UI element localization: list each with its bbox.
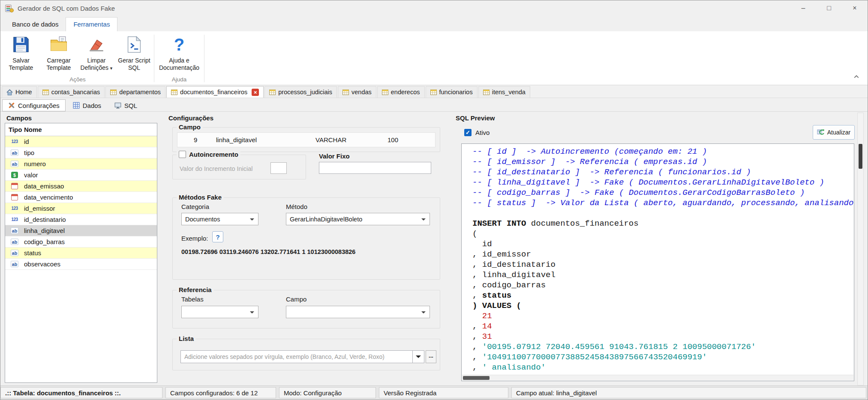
- text-type-icon: [5, 261, 24, 267]
- carregar-template-button[interactable]: Carregar Template: [40, 33, 78, 72]
- ribbon: Salvar Template Carregar Template Limpar…: [0, 31, 868, 85]
- metodos-fake-label: Métodos Fake: [177, 194, 224, 201]
- incremento-inicial-input[interactable]: [270, 162, 287, 174]
- ativo-checkbox[interactable]: [464, 129, 472, 136]
- salvar-template-button[interactable]: Salvar Template: [2, 33, 40, 72]
- ribbon-group-label-acoes: Ações: [2, 75, 153, 85]
- column-header-nome[interactable]: Nome: [24, 126, 42, 133]
- doc-tab-vendas[interactable]: vendas: [338, 86, 376, 98]
- column-header-tipo[interactable]: Tipo: [5, 126, 24, 133]
- referencia-groupbox: Referencia Tabelas Campo: [172, 290, 440, 328]
- status-bar: .:: Tabela: documentos_financeiros ::. C…: [0, 385, 868, 400]
- status-campo-atual: Campo atual: linha_digitavel: [511, 387, 866, 398]
- lista-input[interactable]: [180, 350, 413, 363]
- lista-dropdown-button[interactable]: [413, 350, 424, 363]
- ajuda-documentacao-button[interactable]: ? Ajuda e Documentação: [155, 33, 203, 72]
- table-icon: [171, 89, 177, 96]
- field-name: valor: [24, 171, 38, 179]
- doc-tab-enderecos[interactable]: enderecos: [377, 86, 425, 98]
- scrollbar-thumb[interactable]: [463, 376, 490, 380]
- close-icon[interactable]: ×: [842, 0, 868, 16]
- doc-tab-label: itens_venda: [492, 89, 526, 96]
- metodo-label: Método: [286, 203, 307, 210]
- doc-tab-label: processos_judiciais: [278, 89, 332, 96]
- autoincremento-checkbox[interactable]: [179, 151, 186, 158]
- exemplo-help-button[interactable]: ?: [212, 231, 223, 242]
- maximize-icon[interactable]: □: [816, 0, 842, 16]
- doc-tab-label: enderecos: [391, 89, 420, 96]
- doc-tab-processos_judiciais[interactable]: processos_judiciais: [264, 86, 337, 98]
- doc-tab-Home[interactable]: Home: [2, 86, 37, 98]
- table-icon: [483, 89, 490, 96]
- doc-tab-contas_bancarias[interactable]: contas_bancarias: [38, 86, 105, 98]
- tab-configuracoes[interactable]: Configurações: [2, 99, 66, 111]
- int-type-icon: [5, 206, 24, 211]
- metodo-value: GerarLinhaDigitavelBoleto: [290, 216, 362, 223]
- gerar-script-sql-button[interactable]: Gerar Script SQL: [115, 33, 153, 72]
- referencia-label: Referencia: [177, 286, 214, 293]
- field-row-valor[interactable]: valor: [5, 170, 157, 181]
- valor-fixo-label: Valor Fixo: [319, 152, 350, 160]
- field-row-id[interactable]: id: [5, 136, 157, 147]
- categoria-combo[interactable]: Documentos: [181, 213, 258, 225]
- doc-tab-itens_venda[interactable]: itens_venda: [478, 86, 530, 98]
- doc-tab-funcionarios[interactable]: funcionarios: [426, 86, 478, 98]
- lista-more-button[interactable]: ...: [426, 350, 436, 363]
- doc-tab-label: Home: [15, 89, 32, 96]
- ribbon-tab-ferramentas[interactable]: Ferramentas: [66, 17, 117, 31]
- minimize-icon[interactable]: –: [790, 0, 816, 16]
- tabelas-label: Tabelas: [181, 296, 204, 303]
- tab-sql[interactable]: SQL: [108, 99, 143, 111]
- table-icon: [382, 89, 388, 96]
- field-row-linha_digitavel[interactable]: linha_digitavel: [5, 225, 157, 236]
- int-type-icon: [5, 139, 24, 144]
- tabelas-combo[interactable]: [181, 306, 258, 318]
- date-type-icon: [5, 183, 24, 189]
- text-type-icon: [5, 149, 24, 156]
- ribbon-tab-bar: Banco de dados Ferramentas: [0, 16, 868, 31]
- campo-groupbox: Campo 9 linha_digitavel VARCHAR 100: [172, 127, 440, 152]
- field-name: data_vencimento: [24, 194, 73, 201]
- horizontal-scrollbar[interactable]: [462, 375, 853, 380]
- field-row-data_emissao[interactable]: data_emissao: [5, 181, 157, 192]
- table-icon: [269, 89, 276, 96]
- field-name: status: [24, 249, 41, 257]
- field-row-tipo[interactable]: tipo: [5, 147, 157, 158]
- field-row-data_vencimento[interactable]: data_vencimento: [5, 192, 157, 203]
- ref-campo-combo[interactable]: [286, 306, 430, 318]
- atualizar-button[interactable]: Atualizar: [813, 125, 855, 140]
- campo-size: 100: [387, 136, 398, 143]
- ribbon-group-acoes: Salvar Template Carregar Template Limpar…: [2, 31, 153, 85]
- field-row-id_destinatario[interactable]: id_destinatario: [5, 214, 157, 225]
- tab-label: Dados: [83, 102, 101, 109]
- ribbon-tab-banco-de-dados[interactable]: Banco de dados: [5, 18, 66, 31]
- campo-index: 9: [177, 136, 216, 143]
- date-type-icon: [5, 194, 24, 200]
- valor-fixo-input[interactable]: [319, 162, 431, 174]
- close-tab-icon[interactable]: ×: [252, 89, 259, 96]
- sql-textbox[interactable]: -- [ id ] -> Autoincremento (começando e…: [461, 143, 854, 381]
- field-row-observacoes[interactable]: observacoes: [5, 259, 157, 270]
- doc-tab-documentos_financeiros[interactable]: documentos_financeiros×: [166, 86, 264, 98]
- button-label: Ajuda e Documentação: [155, 57, 203, 72]
- field-row-status[interactable]: status: [5, 248, 157, 259]
- campos-rows: idtiponumerovalordata_emissaodata_vencim…: [5, 136, 157, 270]
- field-row-codigo_barras[interactable]: codigo_barras: [5, 236, 157, 248]
- tab-dados[interactable]: Dados: [67, 99, 107, 111]
- ribbon-separator: [154, 35, 154, 82]
- monitor-icon: [114, 102, 121, 109]
- vertical-scrollbar[interactable]: [857, 113, 864, 385]
- limpar-definicoes-button[interactable]: Limpar Definições ▾: [78, 33, 115, 72]
- scrollbar-thumb[interactable]: [859, 144, 862, 169]
- field-row-id_emissor[interactable]: id_emissor: [5, 203, 157, 214]
- collapse-ribbon-button[interactable]: [851, 73, 862, 81]
- field-name: linha_digitavel: [24, 227, 65, 234]
- table-icon: [110, 89, 117, 96]
- field-name: codigo_barras: [24, 238, 65, 245]
- ativo-label: Ativo: [475, 129, 490, 136]
- metodo-combo[interactable]: GerarLinhaDigitavelBoleto: [286, 213, 430, 225]
- text-type-icon: [5, 227, 24, 234]
- field-row-numero[interactable]: numero: [5, 158, 157, 170]
- button-label: Gerar Script SQL: [115, 57, 153, 72]
- doc-tab-departamentos[interactable]: departamentos: [105, 86, 165, 98]
